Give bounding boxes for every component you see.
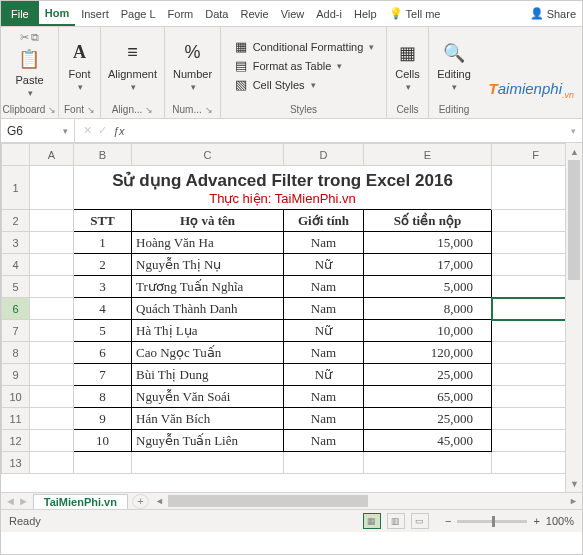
cell-stt[interactable]: 5: [74, 320, 132, 342]
cell-name[interactable]: Trương Tuấn Nghĩa: [132, 276, 284, 298]
add-sheet-button[interactable]: +: [132, 494, 149, 509]
tab-insert[interactable]: Insert: [75, 1, 115, 26]
normal-view-button[interactable]: ▦: [363, 513, 381, 529]
tab-view[interactable]: View: [275, 1, 311, 26]
zoom-level[interactable]: 100%: [546, 515, 574, 527]
cell-sex[interactable]: Nam: [284, 298, 364, 320]
row-header-7[interactable]: 7: [2, 320, 30, 342]
cell-stt[interactable]: 2: [74, 254, 132, 276]
cell-sex[interactable]: Nam: [284, 276, 364, 298]
cell-name[interactable]: Quách Thành Danh: [132, 298, 284, 320]
row-header-11[interactable]: 11: [2, 408, 30, 430]
cell-sex[interactable]: Nam: [284, 342, 364, 364]
scroll-left-icon[interactable]: ◄: [151, 493, 168, 510]
tab-help[interactable]: Help: [348, 1, 383, 26]
cell-stt[interactable]: 1: [74, 232, 132, 254]
col-header-C[interactable]: C: [132, 144, 284, 166]
cell-sex[interactable]: Nam: [284, 408, 364, 430]
cell-stt[interactable]: 6: [74, 342, 132, 364]
cell-stt[interactable]: 8: [74, 386, 132, 408]
cell-name[interactable]: Hán Văn Bích: [132, 408, 284, 430]
zoom-in-button[interactable]: +: [533, 515, 539, 527]
scroll-up-icon[interactable]: ▲: [566, 143, 582, 160]
row-header-2[interactable]: 2: [2, 210, 30, 232]
row-header-13[interactable]: 13: [2, 452, 30, 474]
alignment-button[interactable]: ≡Alignment▾: [106, 38, 159, 94]
cell-amount[interactable]: 5,000: [364, 276, 492, 298]
copy-icon[interactable]: ⧉: [31, 31, 39, 44]
tab-page-layout[interactable]: Page L: [115, 1, 162, 26]
cell-amount[interactable]: 120,000: [364, 342, 492, 364]
dialog-launcher-icon[interactable]: ↘: [48, 105, 56, 115]
font-button[interactable]: AFont▾: [65, 38, 95, 94]
cell-styles-button[interactable]: ▧Cell Styles▾: [231, 76, 318, 94]
cell-amount[interactable]: 65,000: [364, 386, 492, 408]
tab-formulas[interactable]: Form: [162, 1, 200, 26]
cell-name[interactable]: Bùi Thị Dung: [132, 364, 284, 386]
tab-home[interactable]: Hom: [39, 1, 75, 26]
zoom-out-button[interactable]: −: [445, 515, 451, 527]
cell-stt[interactable]: 7: [74, 364, 132, 386]
tab-addins[interactable]: Add-i: [310, 1, 348, 26]
select-all-corner[interactable]: [2, 144, 30, 166]
fx-icon[interactable]: ƒx: [113, 125, 125, 137]
row-header-8[interactable]: 8: [2, 342, 30, 364]
row-header-5[interactable]: 5: [2, 276, 30, 298]
cell-stt[interactable]: 3: [74, 276, 132, 298]
cell-sex[interactable]: Nam: [284, 430, 364, 452]
cell-name[interactable]: Cao Ngọc Tuấn: [132, 342, 284, 364]
expand-formula-icon[interactable]: ▾: [565, 126, 582, 136]
cell-amount[interactable]: 25,000: [364, 408, 492, 430]
conditional-formatting-button[interactable]: ▦Conditional Formatting▾: [231, 38, 377, 56]
tab-review[interactable]: Revie: [235, 1, 275, 26]
cell-amount[interactable]: 17,000: [364, 254, 492, 276]
cells-button[interactable]: ▦Cells▾: [393, 38, 423, 94]
page-break-view-button[interactable]: ▭: [411, 513, 429, 529]
dialog-launcher-icon[interactable]: ↘: [205, 105, 213, 115]
cell-sex[interactable]: Nam: [284, 232, 364, 254]
tab-share[interactable]: 👤Share: [524, 1, 582, 26]
cut-icon[interactable]: ✂: [20, 31, 29, 44]
cell-stt[interactable]: 9: [74, 408, 132, 430]
tab-file[interactable]: File: [1, 1, 39, 26]
number-button[interactable]: %Number▾: [171, 38, 214, 94]
row-header-10[interactable]: 10: [2, 386, 30, 408]
dialog-launcher-icon[interactable]: ↘: [145, 105, 153, 115]
cell-sex[interactable]: Nữ: [284, 364, 364, 386]
page-layout-view-button[interactable]: ▥: [387, 513, 405, 529]
cell-amount[interactable]: 25,000: [364, 364, 492, 386]
cell-stt[interactable]: 10: [74, 430, 132, 452]
cell-sex[interactable]: Nữ: [284, 254, 364, 276]
cell-name[interactable]: Hoàng Văn Ha: [132, 232, 284, 254]
cell-amount[interactable]: 10,000: [364, 320, 492, 342]
scroll-right-icon[interactable]: ►: [565, 493, 582, 510]
row-header-12[interactable]: 12: [2, 430, 30, 452]
scroll-down-icon[interactable]: ▼: [566, 475, 582, 492]
cell-name[interactable]: Nguyễn Văn Soái: [132, 386, 284, 408]
cell-name[interactable]: Nguyễn Tuấn Liên: [132, 430, 284, 452]
zoom-slider[interactable]: [457, 520, 527, 523]
name-box[interactable]: G6▾: [1, 119, 75, 142]
col-header-D[interactable]: D: [284, 144, 364, 166]
tab-data[interactable]: Data: [199, 1, 234, 26]
sheet-tab[interactable]: TaiMienPhi.vn: [33, 494, 128, 509]
horizontal-scrollbar[interactable]: ◄ ►: [151, 492, 582, 509]
row-header-3[interactable]: 3: [2, 232, 30, 254]
vertical-scrollbar[interactable]: ▲ ▼: [565, 143, 582, 492]
col-header-B[interactable]: B: [74, 144, 132, 166]
spreadsheet-grid[interactable]: ABCDEF1Sử dụng Advanced Filter trong Exc…: [1, 143, 582, 509]
row-header-1[interactable]: 1: [2, 166, 30, 210]
enter-icon[interactable]: ✓: [98, 124, 107, 137]
row-header-9[interactable]: 9: [2, 364, 30, 386]
format-as-table-button[interactable]: ▤Format as Table▾: [231, 57, 345, 75]
cell-name[interactable]: Hà Thị Lụa: [132, 320, 284, 342]
cell-amount[interactable]: 15,000: [364, 232, 492, 254]
cell-stt[interactable]: 4: [74, 298, 132, 320]
sheet-prev-icon[interactable]: ◄: [5, 495, 16, 507]
cell-amount[interactable]: 8,000: [364, 298, 492, 320]
cell-amount[interactable]: 45,000: [364, 430, 492, 452]
row-header-6[interactable]: 6: [2, 298, 30, 320]
sheet-next-icon[interactable]: ►: [18, 495, 29, 507]
cancel-icon[interactable]: ✕: [83, 124, 92, 137]
cell-sex[interactable]: Nam: [284, 386, 364, 408]
